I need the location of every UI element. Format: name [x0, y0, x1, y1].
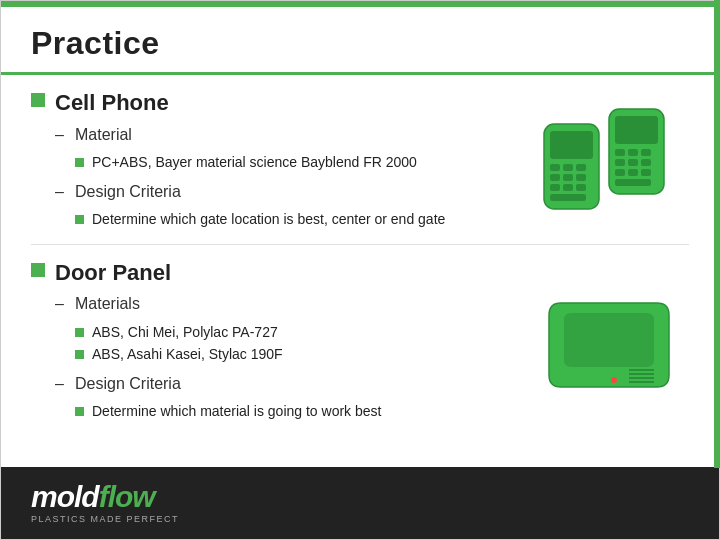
door-panel-bullet: [31, 263, 45, 277]
svg-rect-23: [550, 194, 586, 201]
cell-phone-material-item-1: PC+ABS, Bayer material science Bayblend …: [75, 153, 509, 173]
svg-rect-16: [576, 164, 586, 171]
footer-logo-text: moldflow: [31, 482, 155, 512]
cell-phone-material-row: – Material: [55, 124, 509, 146]
svg-rect-15: [563, 164, 573, 171]
title-area: Practice: [1, 7, 719, 75]
footer-logo: moldflow plastics made perfect: [31, 482, 179, 524]
svg-rect-18: [563, 174, 573, 181]
l3-bullet-5: [75, 407, 84, 416]
svg-rect-2: [615, 149, 625, 156]
svg-rect-21: [563, 184, 573, 191]
cell-phone-heading: Cell Phone: [31, 89, 509, 118]
footer: moldflow plastics made perfect: [1, 467, 719, 539]
svg-rect-20: [550, 184, 560, 191]
door-panel-heading: Door Panel: [31, 259, 509, 288]
svg-rect-6: [628, 159, 638, 166]
dash-icon-3: –: [55, 293, 67, 315]
door-panel-criteria-label: Design Criteria: [75, 373, 181, 395]
door-panel-label: Door Panel: [55, 259, 171, 288]
section-door-panel: Door Panel – Materials ABS, Chi Mei, Pol…: [31, 259, 689, 422]
door-panel-materials-label: Materials: [75, 293, 140, 315]
cell-phone-subsections: – Material PC+ABS, Bayer material scienc…: [55, 124, 509, 230]
cell-phone-criteria-label: Design Criteria: [75, 181, 181, 203]
door-panel-image-area: [529, 259, 689, 422]
svg-rect-1: [615, 116, 658, 144]
svg-rect-22: [576, 184, 586, 191]
logo-mold: mold: [31, 480, 99, 513]
logo-flow: flow: [99, 480, 155, 513]
cell-phone-criteria-row: – Design Criteria: [55, 181, 509, 203]
l3-bullet-1: [75, 158, 84, 167]
svg-rect-17: [550, 174, 560, 181]
door-panel-material-item-2: ABS, Asahi Kasei, Stylac 190F: [75, 345, 509, 365]
cell-phone-criteria-items: Determine which gate location is best, c…: [75, 210, 509, 230]
l3-bullet-3: [75, 328, 84, 337]
door-panel-material-text-1: ABS, Chi Mei, Polylac PA-727: [92, 323, 278, 343]
l3-bullet-2: [75, 215, 84, 224]
door-panel-text: Door Panel – Materials ABS, Chi Mei, Pol…: [31, 259, 509, 422]
footer-tagline: plastics made perfect: [31, 514, 179, 524]
dash-icon-4: –: [55, 373, 67, 395]
cell-phone-bullet: [31, 93, 45, 107]
cell-phone-text: Cell Phone – Material PC+ABS, Bayer mate…: [31, 89, 509, 230]
svg-rect-5: [615, 159, 625, 166]
svg-rect-3: [628, 149, 638, 156]
svg-rect-11: [615, 179, 651, 186]
dash-icon-1: –: [55, 124, 67, 146]
cell-phone-material-text: PC+ABS, Bayer material science Bayblend …: [92, 153, 417, 173]
door-panel-criteria-items: Determine which material is going to wor…: [75, 402, 509, 422]
svg-point-28: [611, 377, 617, 383]
svg-rect-9: [628, 169, 638, 176]
right-accent-bar: [714, 0, 720, 468]
slide-title: Practice: [31, 25, 689, 62]
content-area: Cell Phone – Material PC+ABS, Bayer mate…: [1, 75, 719, 467]
cell-phone-svg: [539, 104, 679, 214]
cell-phone-criteria-item-1: Determine which gate location is best, c…: [75, 210, 509, 230]
svg-rect-7: [641, 159, 651, 166]
door-panel-svg: [539, 285, 679, 395]
cell-phone-material-label: Material: [75, 124, 132, 146]
door-panel-criteria-text: Determine which material is going to wor…: [92, 402, 381, 422]
door-panel-material-text-2: ABS, Asahi Kasei, Stylac 190F: [92, 345, 283, 365]
cell-phone-criteria-text: Determine which gate location is best, c…: [92, 210, 445, 230]
door-panel-criteria-row: – Design Criteria: [55, 373, 509, 395]
door-panel-materials-row: – Materials: [55, 293, 509, 315]
svg-rect-10: [641, 169, 651, 176]
svg-rect-14: [550, 164, 560, 171]
door-panel-criteria-item-1: Determine which material is going to wor…: [75, 402, 509, 422]
svg-rect-8: [615, 169, 625, 176]
door-panel-material-item-1: ABS, Chi Mei, Polylac PA-727: [75, 323, 509, 343]
door-panel-materials-items: ABS, Chi Mei, Polylac PA-727 ABS, Asahi …: [75, 323, 509, 365]
svg-rect-19: [576, 174, 586, 181]
cell-phone-image-area: [529, 89, 689, 230]
dash-icon-2: –: [55, 181, 67, 203]
section-cell-phone: Cell Phone – Material PC+ABS, Bayer mate…: [31, 89, 689, 230]
cell-phone-material-items: PC+ABS, Bayer material science Bayblend …: [75, 153, 509, 173]
svg-rect-13: [550, 131, 593, 159]
cell-phone-label: Cell Phone: [55, 89, 169, 118]
l3-bullet-4: [75, 350, 84, 359]
door-panel-subsections: – Materials ABS, Chi Mei, Polylac PA-727…: [55, 293, 509, 422]
svg-rect-4: [641, 149, 651, 156]
section-separator: [31, 244, 689, 245]
